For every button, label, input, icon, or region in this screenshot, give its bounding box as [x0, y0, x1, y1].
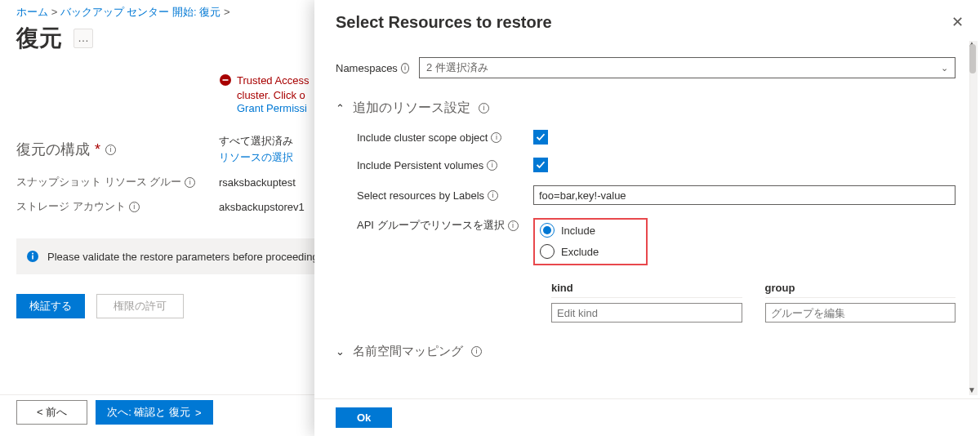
group-column-header: group [765, 282, 956, 298]
radio-icon [540, 244, 555, 259]
select-resources-panel: Select Resources to restore ✕ ▲ ▼ Namesp… [314, 0, 980, 436]
info-icon[interactable]: i [471, 346, 482, 357]
radio-exclude[interactable]: Exclude [540, 244, 599, 259]
info-icon[interactable]: i [508, 220, 519, 231]
breadcrumb-sep: > [51, 6, 58, 18]
api-group-label: API グループでリソースを選択 [357, 218, 505, 233]
ok-button[interactable]: Ok [336, 407, 392, 428]
more-actions-button[interactable]: … [74, 29, 93, 48]
footer-divider [0, 394, 314, 395]
info-icon [26, 250, 39, 263]
info-icon[interactable]: i [488, 190, 498, 201]
breadcrumb-center[interactable]: バックアップ センター 開始: 復元 [60, 6, 220, 18]
check-icon [536, 132, 546, 142]
labels-input[interactable] [533, 185, 956, 205]
info-icon[interactable]: i [401, 63, 409, 73]
group-input[interactable] [765, 303, 956, 323]
namespaces-dropdown[interactable]: 2 件選択済み ⌄ [419, 57, 956, 78]
namespace-mapping-header[interactable]: 名前空間マッピング [353, 344, 463, 359]
warning-line2: cluster. Click o [237, 88, 309, 103]
api-group-radio-group: Include Exclude [533, 218, 648, 265]
all-selected-text: すべて選択済み [219, 134, 293, 149]
validate-button[interactable]: 検証する [16, 294, 85, 318]
validation-info-text: Please validate the restore parameters b… [47, 251, 318, 263]
namespaces-label: Namespaces [336, 62, 398, 74]
select-by-labels-label: Select resources by Labels [357, 189, 484, 202]
additional-resources-header[interactable]: 追加のリソース設定 [353, 100, 470, 117]
kind-column-header: kind [551, 282, 742, 298]
chevron-right-icon: > [195, 407, 202, 419]
next-button-label: 次へ: 確認と 復元 [107, 405, 190, 420]
storage-account-label: ストレージ アカウント [16, 199, 126, 214]
include-pv-checkbox[interactable] [533, 158, 548, 172]
previous-button[interactable]: < 前へ [16, 400, 87, 425]
include-cluster-checkbox[interactable] [533, 130, 548, 145]
warning-line1: Trusted Access [237, 73, 309, 88]
chevron-left-icon: < [37, 406, 43, 418]
info-icon[interactable]: i [491, 132, 501, 143]
include-cluster-label: Include cluster scope object [357, 131, 488, 144]
info-icon[interactable]: i [185, 177, 195, 188]
previous-button-label: 前へ [46, 406, 67, 418]
check-icon [536, 160, 546, 170]
chevron-down-icon[interactable]: ⌄ [336, 345, 345, 358]
radio-icon-selected [540, 223, 555, 238]
error-icon [219, 73, 232, 89]
radio-include-label: Include [561, 225, 595, 237]
radio-include[interactable]: Include [540, 223, 599, 238]
grant-permission-button: 権限の許可 [96, 294, 184, 318]
namespaces-value: 2 件選択済み [426, 60, 488, 75]
info-icon[interactable]: i [479, 103, 489, 113]
scroll-down-icon[interactable]: ▼ [966, 385, 978, 397]
scrollbar-track[interactable]: ▲ ▼ [969, 41, 978, 395]
breadcrumb-sep-2: > [224, 6, 230, 18]
restore-config-label: 復元の構成 [16, 140, 90, 159]
scrollbar-thumb[interactable] [969, 44, 976, 73]
info-icon[interactable]: i [105, 145, 116, 155]
chevron-up-icon[interactable]: ⌃ [336, 102, 345, 114]
kind-input[interactable] [551, 303, 742, 323]
info-icon[interactable]: i [129, 202, 140, 212]
panel-title: Select Resources to restore [336, 13, 948, 32]
select-resources-link[interactable]: リソースの選択 [219, 150, 293, 165]
breadcrumb-home[interactable]: ホーム [16, 6, 48, 18]
svg-point-4 [32, 253, 33, 255]
page-title: 復元 [16, 23, 62, 54]
storage-account-value: aksbackupstorev1 [219, 201, 305, 213]
next-button[interactable]: 次へ: 確認と 復元 > [96, 400, 212, 425]
close-icon[interactable]: ✕ [948, 10, 967, 34]
svg-rect-3 [32, 256, 33, 260]
svg-rect-1 [223, 79, 229, 81]
chevron-down-icon: ⌄ [941, 63, 948, 73]
snapshot-rg-value: rsaksbackuptest [219, 176, 296, 189]
include-pv-label: Include Persistent volumes [357, 159, 483, 171]
snapshot-rg-label: スナップショット リソース グルー [16, 175, 181, 189]
required-asterisk: * [95, 141, 100, 158]
radio-exclude-label: Exclude [561, 246, 599, 258]
grant-permission-link[interactable]: Grant Permissi [237, 102, 307, 114]
info-icon[interactable]: i [487, 160, 497, 171]
